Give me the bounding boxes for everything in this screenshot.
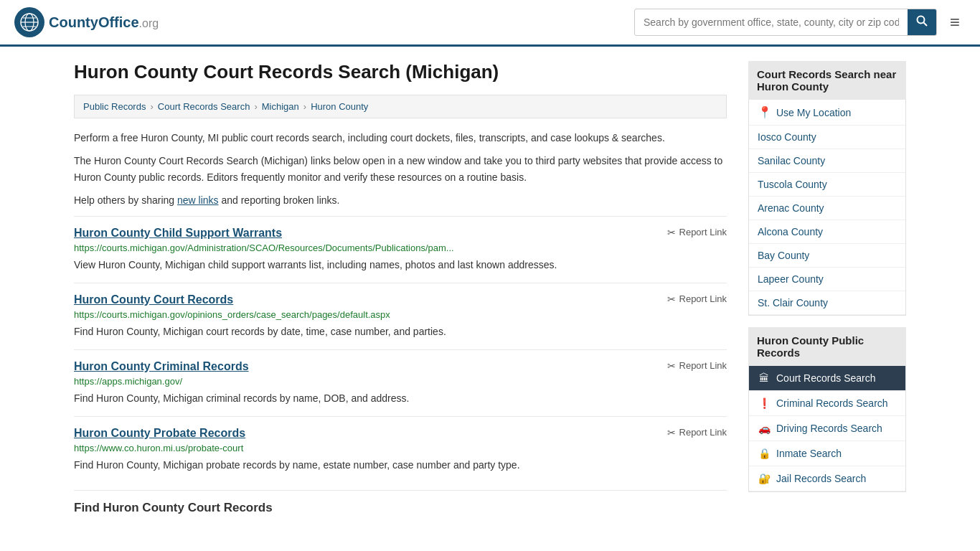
search-input[interactable] [635,11,908,34]
logo-icon [14,7,44,37]
court-icon: 🏛 [758,372,771,384]
record-url-criminal-records[interactable]: https://apps.michigan.gov/ [74,376,727,387]
record-title-child-support[interactable]: Huron County Child Support Warrants [74,227,282,240]
record-desc-criminal-records: Find Huron County, Michigan criminal rec… [74,391,727,406]
content-area: Huron County Court Records Search (Michi… [74,61,727,515]
sidebar-nearby-title: Court Records Search near Huron County [748,61,906,100]
use-my-location-item[interactable]: 📍 Use My Location [749,100,905,126]
record-item-criminal-records: Huron County Criminal Records ✂ Report L… [74,349,727,416]
report-link-probate-records[interactable]: ✂ Report Link [667,427,727,438]
nearby-county-tuscola[interactable]: Tuscola County [749,173,905,197]
sidebar-nav-court-records[interactable]: 🏛 Court Records Search [749,366,905,391]
page-title: Huron County Court Records Search (Michi… [74,61,727,83]
inmate-search-nav-link[interactable]: Inmate Search [776,448,842,459]
svg-point-5 [917,17,924,24]
report-icon-court-records: ✂ [667,293,676,305]
search-button[interactable] [908,9,936,35]
breadcrumb-michigan[interactable]: Michigan [262,101,299,112]
menu-icon[interactable]: ≡ [944,9,966,35]
report-icon-criminal-records: ✂ [667,360,676,372]
driving-records-nav-link[interactable]: Driving Records Search [776,423,882,434]
driving-icon: 🚗 [758,423,771,434]
sidebar: Court Records Search near Huron County 📍… [748,61,906,515]
find-section-heading: Find Huron County Court Records [74,490,727,515]
record-desc-court-records: Find Huron County, Michigan court record… [74,324,727,339]
nearby-county-arenac[interactable]: Arenac County [749,197,905,220]
court-records-nav-link[interactable]: Court Records Search [776,372,876,384]
records-list: Huron County Child Support Warrants ✂ Re… [74,216,727,483]
nearby-county-lapeer[interactable]: Lapeer County [749,268,905,291]
header-right: ≡ [634,9,966,36]
new-links-link[interactable]: new links [177,194,219,206]
nearby-county-alcona[interactable]: Alcona County [749,220,905,244]
report-link-child-support[interactable]: ✂ Report Link [667,227,727,238]
record-title-probate-records[interactable]: Huron County Probate Records [74,427,245,440]
desc-para2: The Huron County Court Records Search (M… [74,153,727,185]
nearby-county-iosco[interactable]: Iosco County [749,126,905,149]
record-item-court-records: Huron County Court Records ✂ Report Link… [74,283,727,349]
report-link-court-records[interactable]: ✂ Report Link [667,293,727,305]
record-title-criminal-records[interactable]: Huron County Criminal Records [74,360,249,373]
report-link-criminal-records[interactable]: ✂ Report Link [667,360,727,372]
use-location-link[interactable]: Use My Location [776,107,851,118]
breadcrumb-huron-county[interactable]: Huron County [311,101,368,112]
logo-text[interactable]: CountyOffice.org [49,14,159,31]
search-bar [634,9,937,36]
jail-icon: 🔐 [758,473,771,484]
sidebar-nav-list: 🏛 Court Records Search ❗ Criminal Record… [748,366,906,492]
sidebar-nav-driving[interactable]: 🚗 Driving Records Search [749,416,905,441]
criminal-icon: ❗ [758,397,771,409]
record-item-child-support: Huron County Child Support Warrants ✂ Re… [74,216,727,283]
report-icon-child-support: ✂ [667,227,676,238]
record-url-probate-records[interactable]: https://www.co.huron.mi.us/probate-court [74,443,727,453]
criminal-records-nav-link[interactable]: Criminal Records Search [776,397,888,409]
record-item-probate-records: Huron County Probate Records ✂ Report Li… [74,416,727,483]
report-icon-probate-records: ✂ [667,427,676,438]
jail-records-nav-link[interactable]: Jail Records Search [776,473,866,484]
record-desc-child-support: View Huron County, Michigan child suppor… [74,258,727,273]
main-container: Huron County Court Records Search (Michi… [60,47,920,529]
nearby-county-bay[interactable]: Bay County [749,244,905,268]
record-url-court-records[interactable]: https://courts.michigan.gov/opinions_ord… [74,309,727,320]
breadcrumb: Public Records › Court Records Search › … [74,95,727,118]
desc-para1: Perform a free Huron County, MI public c… [74,130,727,146]
svg-line-6 [923,23,927,27]
record-url-child-support[interactable]: https://courts.michigan.gov/Administrati… [74,242,727,253]
nearby-county-sanilac[interactable]: Sanilac County [749,149,905,173]
record-title-court-records[interactable]: Huron County Court Records [74,293,233,306]
sidebar-nav-inmate[interactable]: 🔒 Inmate Search [749,441,905,466]
record-desc-probate-records: Find Huron County, Michigan probate reco… [74,458,727,473]
breadcrumb-public-records[interactable]: Public Records [83,101,146,112]
location-icon: 📍 [758,105,772,119]
sidebar-nearby-list: 📍 Use My Location Iosco County Sanilac C… [748,100,906,316]
desc-para3: Help others by sharing new links and rep… [74,192,727,208]
sidebar-nav-jail[interactable]: 🔐 Jail Records Search [749,466,905,491]
header: CountyOffice.org ≡ [0,0,980,47]
logo-area: CountyOffice.org [14,7,159,37]
breadcrumb-court-records-search[interactable]: Court Records Search [158,101,250,112]
nearby-county-stclair[interactable]: St. Clair County [749,291,905,315]
inmate-icon: 🔒 [758,448,771,459]
sidebar-nav-criminal[interactable]: ❗ Criminal Records Search [749,391,905,416]
sidebar-public-records-title: Huron County Public Records [748,327,906,366]
